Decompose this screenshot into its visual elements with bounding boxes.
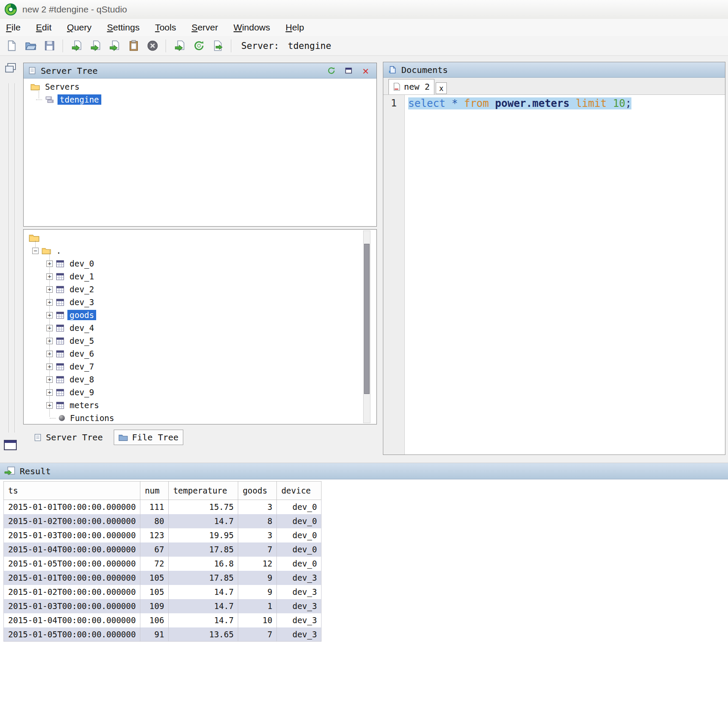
table-label: meters: [67, 400, 101, 410]
table-row[interactable]: 2015-01-01T00:00:00.000000 111 15.75 3 d…: [4, 500, 322, 514]
minimized-panel-icon[interactable]: [3, 439, 17, 451]
expand-expander[interactable]: [46, 389, 53, 396]
new-document-button[interactable]: [3, 38, 20, 54]
tab-file-tree[interactable]: File Tree: [114, 430, 183, 445]
expand-expander[interactable]: [46, 286, 53, 293]
dock-groove: [15, 83, 16, 433]
table-row[interactable]: 2015-01-04T00:00:00.000000 106 14.7 10 d…: [4, 613, 322, 627]
tree-scrollbar-thumb[interactable]: [364, 244, 370, 394]
cell-goods: 8: [238, 514, 277, 528]
tree-node-table[interactable]: dev_9: [24, 386, 376, 399]
table-row[interactable]: 2015-01-02T00:00:00.000000 105 14.7 9 de…: [4, 585, 322, 599]
cancel-query-button[interactable]: [144, 38, 161, 54]
column-header-num[interactable]: num: [140, 482, 169, 500]
column-header-ts[interactable]: ts: [4, 482, 140, 500]
table-tree: . dev_0 dev_1 dev_2: [24, 230, 376, 424]
tree-node-table[interactable]: dev_5: [24, 334, 376, 347]
column-header-goods[interactable]: goods: [238, 482, 277, 500]
table-label: dev_4: [67, 323, 96, 333]
tab-server-tree[interactable]: Server Tree: [29, 430, 107, 445]
server-tree-header: Server Tree ✕: [24, 63, 376, 79]
cell-temperature: 14.7: [169, 613, 238, 627]
menu-help[interactable]: Help: [285, 22, 304, 33]
maximize-panel-button[interactable]: [342, 65, 355, 77]
menu-file[interactable]: File: [6, 22, 21, 33]
tree-node-table[interactable]: dev_6: [24, 347, 376, 360]
menu-server[interactable]: Server: [191, 22, 218, 33]
expand-expander[interactable]: [46, 299, 53, 306]
export-button[interactable]: [209, 38, 226, 54]
close-panel-button[interactable]: ✕: [359, 65, 372, 77]
refresh-tree-button[interactable]: [325, 65, 338, 77]
tree-node-dot-db[interactable]: .: [24, 244, 376, 257]
expand-expander[interactable]: [46, 351, 53, 357]
tree-node-root[interactable]: [24, 231, 376, 244]
expand-expander[interactable]: [46, 273, 53, 280]
expand-expander[interactable]: [46, 261, 53, 267]
run-query-button[interactable]: [69, 38, 85, 54]
db-root-label: .: [54, 245, 63, 256]
tree-node-table[interactable]: dev_3: [24, 296, 376, 309]
table-row[interactable]: 2015-01-04T00:00:00.000000 67 17.85 7 de…: [4, 542, 322, 557]
expand-expander[interactable]: [46, 312, 53, 318]
tree-node-tdengine[interactable]: tdengine: [24, 93, 376, 106]
cell-temperature: 13.65: [169, 627, 238, 642]
table-row[interactable]: 2015-01-01T00:00:00.000000 105 17.85 9 d…: [4, 571, 322, 585]
run-selection-button[interactable]: [88, 38, 104, 54]
tree-node-functions[interactable]: Functions: [24, 412, 376, 424]
menu-edit[interactable]: Edit: [36, 22, 52, 33]
menu-windows[interactable]: Windows: [234, 22, 270, 33]
expand-expander[interactable]: [46, 402, 53, 409]
tree-node-table[interactable]: dev_8: [24, 373, 376, 386]
result-grid-area: ts num temperature goods device 2015-01-…: [0, 479, 728, 709]
menu-query[interactable]: Query: [67, 22, 91, 33]
table-row[interactable]: 2015-01-03T00:00:00.000000 123 19.95 3 d…: [4, 528, 322, 542]
restore-windows-icon[interactable]: [4, 63, 17, 75]
paste-button[interactable]: [125, 38, 142, 54]
expand-expander[interactable]: [46, 364, 53, 370]
left-dock: Server Tree ✕: [22, 56, 378, 456]
result-icon: [4, 467, 15, 476]
server-combo-value[interactable]: tdengine: [288, 41, 331, 51]
table-label: dev_7: [67, 361, 96, 372]
tab-close-button[interactable]: x: [436, 82, 447, 94]
cell-temperature: 14.7: [169, 599, 238, 613]
tree-node-table-selected[interactable]: goods: [24, 309, 376, 321]
table-row[interactable]: 2015-01-05T00:00:00.000000 72 16.8 12 de…: [4, 557, 322, 571]
open-file-button[interactable]: [22, 38, 39, 54]
tree-node-table[interactable]: dev_4: [24, 321, 376, 334]
table-row[interactable]: 2015-01-05T00:00:00.000000 91 13.65 7 de…: [4, 627, 322, 642]
menu-settings[interactable]: Settings: [107, 22, 140, 33]
editor-code-area[interactable]: select * from power.meters limit 10;: [405, 95, 725, 454]
tree-scrollbar[interactable]: [363, 230, 370, 423]
tab-new-2[interactable]: new 2: [388, 79, 434, 94]
cell-temperature: 16.8: [169, 557, 238, 571]
tree-node-table[interactable]: dev_1: [24, 270, 376, 283]
tree-node-servers[interactable]: Servers: [24, 80, 376, 93]
tree-node-table[interactable]: dev_2: [24, 283, 376, 296]
column-header-device[interactable]: device: [277, 482, 322, 500]
expand-expander[interactable]: [46, 338, 53, 344]
tree-node-table[interactable]: dev_0: [24, 257, 376, 270]
tree-node-table[interactable]: meters: [24, 399, 376, 412]
save-button[interactable]: [41, 38, 58, 54]
tree-guide-line: [39, 91, 39, 98]
expand-expander[interactable]: [46, 325, 53, 331]
refresh-query-button[interactable]: [191, 38, 207, 54]
send-query-button[interactable]: [172, 38, 188, 54]
menu-tools[interactable]: Tools: [155, 22, 176, 33]
table-row[interactable]: 2015-01-03T00:00:00.000000 109 14.7 1 de…: [4, 599, 322, 613]
tab-new-2-label: new 2: [404, 82, 430, 92]
expand-expander[interactable]: [46, 376, 53, 383]
tab-server-tree-label: Server Tree: [46, 432, 103, 442]
qstudio-logo-icon: [4, 3, 17, 16]
table-row[interactable]: 2015-01-02T00:00:00.000000 80 14.7 8 dev…: [4, 514, 322, 528]
column-header-temperature[interactable]: temperature: [169, 482, 238, 500]
line-number: 1: [391, 97, 397, 109]
document-tab-icon: [393, 82, 400, 91]
cell-num: 80: [140, 514, 169, 528]
tree-node-table[interactable]: dev_7: [24, 360, 376, 373]
title-bar: new 2 #tdengine - qStudio: [0, 0, 728, 19]
collapse-expander[interactable]: [32, 248, 39, 254]
run-line-button[interactable]: [106, 38, 123, 54]
